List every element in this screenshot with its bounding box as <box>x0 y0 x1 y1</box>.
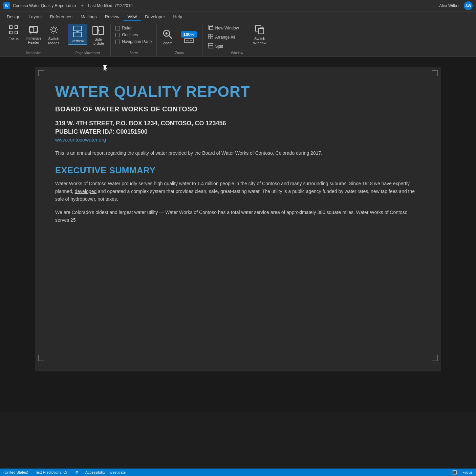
new-window-label: New Window <box>215 26 239 30</box>
zoom-icon-container <box>162 29 173 40</box>
ruler-checkbox[interactable]: Ruler <box>113 25 154 31</box>
svg-rect-35 <box>211 34 213 36</box>
side-to-side-icon <box>92 25 104 37</box>
immersive-buttons: Focus ImmersiveReader <box>5 24 62 50</box>
gridlines-label: Gridlines <box>122 33 138 37</box>
nav-pane-checkbox-box <box>115 40 120 44</box>
developed-underline: developed <box>75 189 97 194</box>
status-bar: (United States) Text Predictions: On ⚙ A… <box>0 469 476 476</box>
new-window-button[interactable]: New Window <box>205 24 249 32</box>
switch-modes-icon <box>49 25 59 36</box>
section1-title: EXECUTIVE SUMMARY <box>55 165 421 176</box>
svg-line-14 <box>56 27 57 28</box>
accessibility-status[interactable]: Accessibility: Investigate <box>85 470 126 474</box>
focus-icon <box>9 25 18 36</box>
zoom-button[interactable]: Zoom <box>159 27 176 47</box>
focus-status-label[interactable]: Focus <box>462 470 473 474</box>
document-title: WATER QUALITY REPORT <box>55 84 421 100</box>
vertical-label: Vertical <box>71 39 84 43</box>
menu-mailings[interactable]: Mailings <box>77 13 101 21</box>
svg-rect-32 <box>210 26 213 30</box>
focus-button[interactable]: Focus <box>5 24 22 43</box>
document-website[interactable]: www.contosowater.org <box>55 137 421 143</box>
immersive-reader-button[interactable]: ImmersiveReader <box>23 24 44 46</box>
corner-mark-br <box>432 355 438 361</box>
navigation-pane-checkbox[interactable]: Navigation Pane <box>113 39 154 45</box>
document-address2: PUBLIC WATER ID#: C00151500 <box>55 128 421 135</box>
vertical-button[interactable]: Vertical <box>68 24 87 45</box>
svg-rect-1 <box>15 26 18 28</box>
corner-mark-tr <box>432 70 438 76</box>
immersive-reader-label: ImmersiveReader <box>26 37 41 45</box>
zoom-group-label: Zoom <box>175 50 184 56</box>
zoom-100-badge: 100% <box>181 31 196 38</box>
checkbox-group: Ruler Gridlines Navigation Pane <box>113 24 154 46</box>
ribbon-group-zoom: Zoom 100% Zoom <box>157 24 202 56</box>
switch-windows-icon <box>255 25 264 36</box>
immersive-group-label: Immersive <box>26 50 42 56</box>
document-area: WATER QUALITY REPORT BOARD OF WATER WORK… <box>0 57 476 412</box>
section1-para1: Water Works of Contoso Water proudly ser… <box>55 180 421 203</box>
switch-windows-label: SwitchWindow <box>253 37 266 45</box>
menu-layout[interactable]: Layout <box>24 13 46 21</box>
svg-rect-36 <box>208 37 210 39</box>
new-window-icon <box>208 25 213 31</box>
zoom-100-button[interactable]: 100% <box>178 30 199 44</box>
username-label: Alex Wilber <box>439 3 460 8</box>
ribbon-group-window: New Window Arrange A <box>202 24 272 56</box>
zoom-label: Zoom <box>163 41 172 45</box>
last-modified-label: Last Modified: 7/12/2019 <box>88 3 132 8</box>
svg-line-15 <box>51 32 51 33</box>
cursor-pointer <box>103 65 107 71</box>
window-buttons-container: New Window Arrange A <box>205 24 269 50</box>
menu-design[interactable]: Design <box>3 13 24 21</box>
svg-rect-17 <box>73 32 82 37</box>
document-org: BOARD OF WATER WORKS OF CONTOSO <box>55 105 421 113</box>
svg-rect-16 <box>73 26 82 31</box>
document-intro: This is an annual report regarding the q… <box>55 149 421 157</box>
menu-help[interactable]: Help <box>169 13 187 21</box>
show-checkboxes: Ruler Gridlines Navigation Pane <box>113 24 154 50</box>
window-buttons-col: New Window Arrange A <box>205 24 249 50</box>
title-bar: W Contoso Water Quality Report.docx ✦ La… <box>0 0 476 12</box>
ruler-label: Ruler <box>122 26 132 30</box>
gridlines-checkbox[interactable]: Gridlines <box>113 32 154 38</box>
arrange-all-button[interactable]: Arrange All <box>205 33 249 41</box>
svg-point-6 <box>35 31 37 34</box>
arrange-all-icon <box>208 34 213 40</box>
arrange-all-label: Arrange All <box>215 35 235 40</box>
section1-para2: We are Colorado's oldest and largest wat… <box>55 209 421 224</box>
svg-rect-37 <box>211 37 213 39</box>
focus-label: Focus <box>8 37 19 41</box>
svg-rect-3 <box>15 31 18 34</box>
svg-rect-34 <box>208 34 210 36</box>
menu-references[interactable]: References <box>46 13 77 21</box>
focus-status-icon: 🔳 <box>452 470 457 475</box>
immersive-reader-icon <box>29 25 38 36</box>
split-label: Split <box>215 44 223 49</box>
side-to-side-button[interactable]: Sideto Side <box>89 24 108 47</box>
settings-icon: ⚙ <box>75 470 79 475</box>
switch-windows-button[interactable]: SwitchWindow <box>251 24 269 47</box>
svg-rect-2 <box>9 31 12 34</box>
menu-developer[interactable]: Developer <box>141 13 169 21</box>
gridlines-checkbox-box <box>115 33 120 37</box>
vertical-icon <box>72 25 83 39</box>
filename-label: Contoso Water Quality Report.docx <box>13 3 77 8</box>
svg-rect-0 <box>9 26 12 28</box>
menu-view[interactable]: View <box>123 13 141 21</box>
menu-review[interactable]: Review <box>101 13 124 21</box>
separator: ✦ <box>81 3 84 8</box>
language-status: (United States) <box>3 470 28 474</box>
svg-rect-41 <box>258 28 264 34</box>
user-avatar[interactable]: AW <box>464 1 473 10</box>
title-bar-right: Alex Wilber AW <box>439 1 473 10</box>
svg-line-13 <box>56 32 57 33</box>
switch-modes-button[interactable]: SwitchModes <box>45 24 62 47</box>
split-button[interactable]: Split <box>205 42 249 50</box>
ribbon-group-show: Ruler Gridlines Navigation Pane Show <box>111 24 157 56</box>
split-icon <box>208 43 213 49</box>
text-predictions-status: Text Predictions: On <box>35 470 68 474</box>
ribbon-group-page-movement: Vertical Sideto Side Page Movemen <box>65 24 111 56</box>
zoom-buttons: Zoom 100% <box>159 24 199 50</box>
